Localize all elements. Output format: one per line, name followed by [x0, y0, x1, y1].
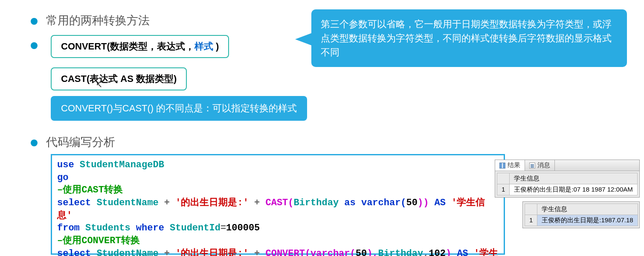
- convert-args: 数据类型，表达式，: [110, 41, 194, 52]
- convert-style-kw: 样式: [194, 41, 216, 52]
- syntax-cast-box: CAST(表达式 AS 数据类型): [51, 67, 187, 90]
- cell-value: 王俊桥的出生日期是:07 18 1987 12:00AM: [510, 184, 637, 195]
- results-grid: 学生信息 1 王俊桥的出生日期是:1987.07.18: [525, 204, 638, 226]
- bullet-icon: [31, 42, 38, 49]
- code-line: use StudentManageDB: [57, 159, 499, 172]
- code-line: select StudentName + '的出生日期是:' + CONVERT…: [57, 247, 499, 256]
- code-line: go: [57, 172, 499, 184]
- callout-explanation: 第三个参数可以省略，它一般用于日期类型数据转换为字符类型，或浮点类型数据转换为字…: [311, 9, 627, 67]
- tab-messages[interactable]: 消息: [525, 160, 555, 171]
- column-header: 学生信息: [510, 173, 637, 184]
- message-icon: [529, 163, 535, 169]
- results-panel-convert: 学生信息 1 王俊桥的出生日期是:1987.07.18: [522, 201, 640, 228]
- corner-cell: [525, 204, 537, 215]
- results-grid: 学生信息 1 王俊桥的出生日期是:07 18 1987 12:00AM: [497, 173, 638, 195]
- code-line: from Students where StudentId=100005: [57, 222, 499, 235]
- tab-messages-label: 消息: [537, 161, 550, 169]
- grid-icon: [499, 163, 505, 169]
- code-line: –使用CONVERT转换: [57, 235, 499, 247]
- code-line: –使用CAST转换: [57, 184, 499, 197]
- code-panel: use StudentManageDB go –使用CAST转换 select …: [51, 154, 505, 255]
- cast-text: CAST(表达式 AS 数据类型): [61, 73, 177, 84]
- row-number: 1: [525, 215, 537, 226]
- bullet-icon: [31, 140, 38, 146]
- row-number: 1: [497, 184, 510, 195]
- heading-convert-methods: 常用的两种转换方法: [46, 13, 150, 28]
- convert-fn: CONVERT(: [61, 41, 110, 52]
- corner-cell: [497, 173, 510, 184]
- column-header: 学生信息: [537, 204, 638, 215]
- table-row[interactable]: 1 王俊桥的出生日期是:07 18 1987 12:00AM: [497, 184, 638, 195]
- tab-results[interactable]: 结果: [495, 160, 525, 171]
- bullet-icon: [31, 18, 38, 25]
- results-tabs: 结果 消息: [495, 160, 639, 171]
- note-difference: CONVERT()与CAST() 的不同点是：可以指定转换的样式: [51, 96, 307, 121]
- cursor-icon: ↖: [96, 80, 102, 90]
- heading-code-analysis: 代码编写分析: [46, 134, 115, 150]
- results-panel-cast: 结果 消息 学生信息 1 王俊桥的出生日期是:07 18 1987 12:00A…: [495, 160, 640, 198]
- table-row[interactable]: 1 王俊桥的出生日期是:1987.07.18: [525, 215, 638, 226]
- code-line: select StudentName + '的出生日期是:' + CAST(Bi…: [57, 197, 499, 222]
- syntax-convert-box: CONVERT(数据类型，表达式，样式 ): [51, 35, 229, 58]
- convert-close: ): [216, 41, 219, 52]
- cell-value: 王俊桥的出生日期是:1987.07.18: [537, 215, 638, 226]
- tab-results-label: 结果: [508, 161, 520, 169]
